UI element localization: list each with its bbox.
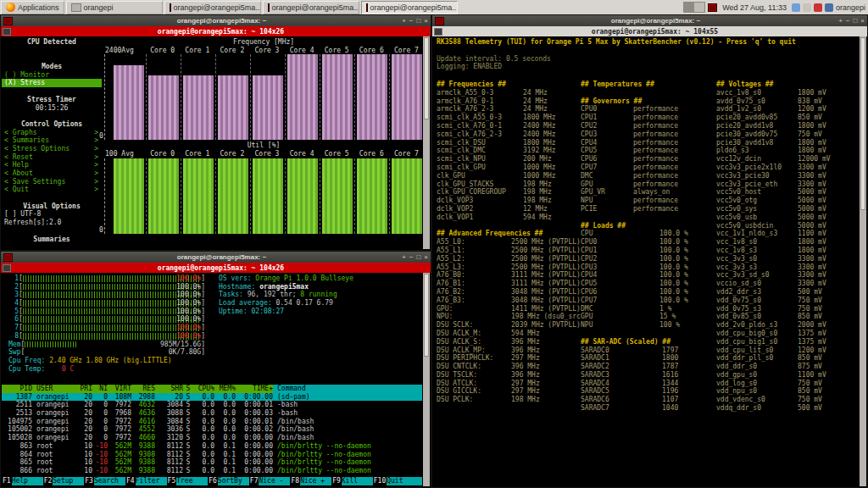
fnkey-label[interactable]: Filter [136, 477, 167, 485]
sidebar-item-about[interactable]: < About> [2, 169, 102, 178]
graph-bar [183, 158, 213, 234]
clipboard-icon[interactable] [803, 3, 811, 12]
taskbar-window-button-1[interactable]: orangepi@orangepi5ma... [164, 1, 261, 14]
column-header-ni[interactable]: NI [92, 385, 108, 393]
table-row[interactable]: 864root10-10562M93088112S0.00.10:00.00/b… [2, 451, 422, 459]
swp-meter: Swp[0K/7.80G] [8, 348, 205, 357]
volume-icon[interactable] [825, 3, 833, 12]
graph-column-label: Core 3 [249, 150, 284, 158]
fnkey-f3[interactable]: F3 [84, 477, 94, 485]
minimize-button[interactable]: − [409, 253, 414, 261]
graph-column [112, 158, 146, 234]
column-header-user[interactable]: USER [32, 385, 77, 393]
maximize-button[interactable]: □ [416, 17, 420, 25]
table-row[interactable]: 1387orangepi200108M298820S0.00.00:00.00(… [2, 393, 422, 402]
telemetry-scrollbar[interactable] [860, 36, 866, 486]
workspace-1[interactable] [684, 3, 694, 12]
window-controls: +−□× [838, 15, 865, 26]
shade-button[interactable]: + [402, 17, 406, 25]
column-header-time+[interactable]: TIME+ [236, 385, 273, 393]
close-button[interactable]: × [424, 17, 428, 25]
graph-column [389, 54, 424, 140]
table-row[interactable]: 865root10-10562M93888112S0.00.10:00.00/b… [2, 458, 422, 467]
graph-column-label: Core 6 [354, 150, 389, 158]
column-header-s[interactable]: S [183, 385, 193, 393]
telemetry-governors-loads-column: ## Temperatures #### Governors ##CPU0per… [581, 80, 709, 413]
table-row[interactable]: 866root10-10562M93888112S0.00.10:00.00/b… [2, 467, 422, 475]
table-row[interactable]: 863root10-10562M93888112S0.00.10:00.00/b… [2, 442, 422, 451]
taskbar-window-button-0[interactable]: orangepi [66, 1, 163, 14]
cpu-meter-5: 5[100.0%] [8, 308, 205, 316]
maximize-button[interactable]: □ [416, 253, 420, 261]
telemetry-row: vcc5v0_otg5000 mV [716, 197, 860, 205]
telemetry-row: vcc_1v1_nldo_s31100 mV [716, 230, 860, 238]
close-button[interactable]: × [424, 253, 428, 261]
sidebar-item-graphs[interactable]: < Graphs> [2, 129, 102, 137]
mode-stress[interactable]: (X) Stress [2, 79, 102, 87]
fnkey-f9[interactable]: F9 [331, 477, 342, 485]
maximize-button[interactable]: □ [853, 17, 857, 25]
table-row[interactable]: 105028orangepi200797246603120S0.00.00:00… [2, 434, 422, 442]
column-header-res[interactable]: RES [131, 385, 155, 393]
fnkey-label[interactable]: Nice - [259, 477, 290, 485]
sidebar-item-stress-options[interactable]: < Stress Options> [2, 145, 102, 153]
telemetry-row: vcc5v0_usb5000 mV [716, 214, 860, 222]
htop-titlebar[interactable]: orangepi@orangepi5max: ~ +−□× [1, 252, 431, 263]
fnkey-f10[interactable]: F10 [373, 477, 387, 485]
fnkey-f7[interactable]: F7 [249, 477, 259, 485]
sidebar-item-summaries[interactable]: < Summaries> [2, 136, 102, 145]
shade-button[interactable]: + [838, 17, 843, 25]
fnkey-label[interactable]: Help [12, 477, 43, 485]
close-button[interactable]: × [860, 17, 865, 25]
fnkey-label[interactable]: Quit [387, 477, 418, 485]
screenshot-icon[interactable] [792, 3, 800, 12]
taskbar-window-button-3[interactable]: orangepi@orangepi5ma... [361, 1, 458, 14]
minimize-button[interactable]: − [846, 17, 850, 25]
minimize-button[interactable]: − [409, 17, 414, 25]
column-header-virt[interactable]: VIRT [108, 385, 131, 393]
sidebar-item-help[interactable]: < Help> [2, 161, 102, 169]
table-row[interactable]: 104975orangepi200797246163084S0.00.00:00… [2, 418, 422, 426]
shade-button[interactable]: + [402, 253, 406, 261]
sidebar-item-quit[interactable]: < Quit> [2, 186, 102, 194]
fnkey-f5[interactable]: F5 [167, 477, 177, 485]
column-header-pid[interactable]: PID [2, 385, 32, 393]
applications-menu-button[interactable]: Applications [1, 1, 64, 14]
fnkey-f8[interactable]: F8 [290, 477, 300, 485]
bluetooth-icon[interactable] [814, 3, 822, 12]
fnkey-f1[interactable]: F1 [2, 477, 12, 485]
column-header-mem[interactable]: MEM% [214, 385, 236, 393]
telemetry-row: vdd_npu_s0850 mV [716, 387, 860, 396]
tray-terminal-icon[interactable] [708, 3, 717, 12]
fnkey-f2[interactable]: F2 [43, 477, 53, 485]
utf8-checkbox[interactable]: [ ] UTF-8 [2, 210, 102, 219]
column-header-pri[interactable]: PRI [77, 385, 92, 393]
fnkey-label[interactable]: Nice + [300, 477, 331, 485]
fnkey-label[interactable]: Setup [53, 477, 84, 485]
htop-scrollbar[interactable] [423, 273, 430, 486]
telemetry-row: scmi_clk_NPU200 MHz [437, 155, 581, 164]
stui-titlebar[interactable]: orangepi@orangepi5max: ~ +−□× [1, 15, 431, 26]
workspace-2[interactable] [694, 3, 704, 12]
table-row[interactable]: 2513orangepi200796846363088S0.00.00:00.0… [2, 409, 422, 418]
fnkey-label[interactable]: Search [94, 477, 125, 485]
table-row[interactable]: 2511orangepi200797246323084S0.00.00:00.0… [2, 401, 422, 409]
column-header-shr[interactable]: SHR [155, 385, 183, 393]
graph-column-label: Core 1 [180, 47, 214, 55]
sidebar-item-save-settings[interactable]: < Save Settings> [2, 178, 102, 186]
mode-monitor[interactable]: ( ) Monitor [2, 71, 102, 80]
taskbar-window-button-2[interactable]: orangepi@orangepi5ma... [263, 1, 359, 14]
fnkey-label[interactable]: Tree [176, 477, 208, 485]
column-header-command[interactable]: Command [273, 385, 422, 393]
sidebar-item-reset[interactable]: < Reset> [2, 153, 102, 162]
fnkey-f4[interactable]: F4 [125, 477, 136, 485]
column-header-cpu[interactable]: CPU% [193, 385, 214, 393]
fnkey-label[interactable]: Kill [342, 477, 373, 485]
graph-bar [183, 75, 213, 140]
fnkey-f6[interactable]: F6 [208, 477, 218, 485]
stui-scrollbar[interactable] [423, 36, 430, 249]
table-row[interactable]: 105002orangepi200797245523036S0.00.00:00… [2, 425, 422, 434]
workspace-pager[interactable] [683, 2, 705, 13]
telemetry-titlebar[interactable]: orangepi@orangepi5max: ~ +−□× [432, 15, 867, 26]
fnkey-label[interactable]: SortBy [218, 477, 249, 485]
